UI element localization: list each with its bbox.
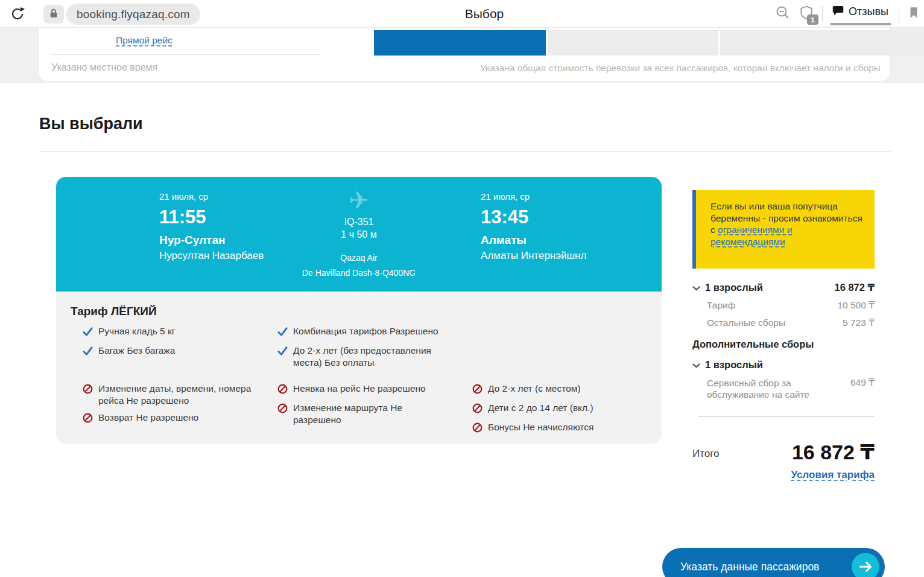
departure-airport: Нурсултан Назарбаев — [159, 249, 264, 262]
pregnancy-notice: Если вы или ваша попутчица беременны - п… — [692, 190, 875, 269]
progress-step-next — [548, 30, 718, 56]
arrival-city: Алматы — [481, 234, 586, 247]
plane-icon: ✈ — [293, 186, 425, 214]
zoom-out-button[interactable] — [775, 5, 791, 23]
other-fees-label: Остальные сборы — [707, 317, 785, 328]
flight-header: 21 июля, ср 11:55 Нур-Султан Нурсултан Н… — [56, 177, 662, 292]
fare-included-item: Комбинация тарифов Разрешено — [277, 325, 455, 340]
divider — [822, 6, 823, 22]
fare-price-row: Тариф 10 500 ₸ — [692, 300, 875, 311]
price-sidebar: Если вы или ваша попутчица беременны - п… — [692, 190, 875, 481]
url-field[interactable]: booking.flyqazaq.com — [66, 4, 200, 25]
fare-included-item: Багаж Без багажа — [83, 345, 175, 359]
zoom-out-icon — [775, 5, 791, 23]
divider — [39, 151, 891, 152]
fare-restricted-item: Изменение даты, времени, номера рейса Не… — [83, 383, 252, 407]
additional-passenger-label: 1 взрослый — [705, 359, 763, 371]
passenger-total: 16 872 ₸ — [834, 282, 875, 293]
flight-number: IQ-351 — [293, 217, 425, 228]
additional-passenger-row[interactable]: 1 взрослый — [692, 359, 875, 371]
divider — [698, 416, 875, 417]
arrival-date: 21 июля, ср — [481, 191, 586, 202]
ban-icon — [472, 383, 483, 397]
ban-icon — [472, 402, 483, 416]
fare-restricted-item: Неявка на рейс Не разрешено — [277, 383, 443, 397]
notice-restrictions-link[interactable]: ограничениями и рекомендациями — [710, 225, 792, 247]
fare-restricted-label: Дети с 2 до 14 лет (вкл.) — [488, 402, 593, 414]
local-time-note: Указано местное время — [51, 62, 157, 73]
bookmark-icon — [907, 5, 920, 22]
fare-included-item: До 2-х лет (без предоставления места) Бе… — [277, 345, 455, 369]
divider — [51, 54, 320, 55]
lock-icon — [48, 7, 60, 22]
fare-included-label: До 2-х лет (без предоставления места) Бе… — [293, 345, 455, 369]
fare-included-column-2: Комбинация тарифов Разрешено До 2-х лет … — [277, 325, 455, 369]
feedback-icon — [832, 4, 844, 19]
ban-icon — [472, 421, 483, 436]
service-fee-row: Сервисный сбор за обслуживание на сайте … — [692, 377, 875, 400]
fare-restricted-item: Бонусы Не начисляются — [472, 421, 593, 436]
passenger-details-button[interactable]: Указать данные пассажиров — [662, 548, 885, 577]
security-chip[interactable] — [43, 5, 64, 24]
arrow-right-icon — [852, 553, 879, 577]
total-label: Итого — [692, 440, 720, 464]
departure-date: 21 июля, ср — [159, 191, 264, 202]
fare-restricted-label: Изменение даты, времени, номера рейса Не… — [98, 383, 252, 407]
fare-conditions: Условия тарифа — [692, 469, 875, 481]
direct-flight-link[interactable]: Прямой рейс — [116, 35, 172, 46]
fare-restricted-label: До 2-х лет (с местом) — [488, 383, 581, 395]
price-summary: 1 взрослый 16 872 ₸ Тариф 10 500 ₸ Остал… — [692, 282, 875, 481]
departure-block: 21 июля, ср 11:55 Нур-Султан Нурсултан Н… — [159, 191, 264, 262]
arrival-time: 13:45 — [481, 206, 586, 228]
fare-restricted-column-3: До 2-х лет (с местом) Дети с 2 до 14 лет… — [472, 383, 593, 436]
check-icon — [277, 345, 288, 359]
service-fee-value: 649 ₸ — [850, 377, 875, 388]
additional-fees-title: Дополнительные сборы — [692, 339, 875, 350]
arrival-block: 21 июля, ср 13:45 Алматы Алматы Интернэй… — [481, 191, 586, 262]
airline-name: Qazaq Air — [293, 253, 425, 263]
fare-conditions-link[interactable]: Условия тарифа — [791, 469, 875, 480]
fare-restricted-item: До 2-х лет (с местом) — [472, 383, 593, 397]
fare-price-label: Тариф — [707, 300, 735, 311]
service-fee-label: Сервисный сбор за обслуживание на сайте — [707, 377, 827, 400]
feedback-button[interactable]: Отзывы — [831, 3, 891, 25]
flight-duration: 1 ч 50 м — [293, 229, 425, 240]
fare-price-value: 10 500 ₸ — [837, 300, 875, 311]
passenger-label: 1 взрослый — [705, 282, 763, 293]
page-title: Вы выбрали — [39, 115, 143, 133]
fare-restricted-column-2: Неявка на рейс Не разрешено Изменение ма… — [277, 383, 443, 426]
fare-restricted-label: Изменение маршрута Не разрешено — [293, 402, 443, 426]
shield-button[interactable]: 1 — [799, 5, 814, 23]
fare-restricted-label: Бонусы Не начисляются — [488, 421, 593, 433]
check-icon — [277, 325, 288, 340]
bookmark-button[interactable] — [907, 5, 920, 22]
url-text: booking.flyqazaq.com — [77, 8, 190, 21]
ban-icon — [83, 383, 93, 397]
passenger-details-label: Указать данные пассажиров — [680, 561, 819, 573]
fare-title: Тариф ЛЁГКИЙ — [71, 305, 157, 318]
feedback-label: Отзывы — [849, 5, 888, 18]
selected-flight-card: 21 июля, ср 11:55 Нур-Султан Нурсултан Н… — [56, 177, 662, 444]
reload-button[interactable] — [9, 5, 26, 22]
fare-included-label: Комбинация тарифов Разрешено — [293, 325, 438, 337]
ban-icon — [277, 402, 288, 416]
reload-icon — [9, 14, 26, 24]
flight-info-block: ✈ IQ-351 1 ч 50 м Qazaq Air De Havilland… — [293, 186, 425, 278]
chevron-down-icon — [692, 282, 700, 293]
total-cost-note: Указана общая стоимость перевозки за все… — [480, 63, 881, 74]
fare-section: Тариф ЛЁГКИЙ Ручная кладь 5 кг Багаж Без… — [56, 292, 662, 444]
divider — [899, 6, 899, 22]
browser-chrome: booking.flyqazaq.com Выбор — [0, 0, 924, 28]
chrome-toolbar: 1 Отзывы — [775, 0, 920, 28]
fare-restricted-item: Дети с 2 до 14 лет (вкл.) — [472, 402, 593, 416]
progress-step-current — [374, 30, 546, 56]
fare-restricted-column-1: Изменение даты, времени, номера рейса Не… — [83, 383, 252, 426]
departure-time: 11:55 — [159, 206, 264, 228]
aircraft-type: De Havilland Dash-8-Q400NG — [293, 268, 425, 278]
fare-included-column-1: Ручная кладь 5 кг Багаж Без багажа — [83, 325, 175, 359]
passenger-summary-row[interactable]: 1 взрослый 16 872 ₸ — [692, 282, 875, 293]
check-icon — [83, 325, 93, 340]
shield-badge: 1 — [807, 14, 818, 25]
fare-restricted-label: Неявка на рейс Не разрешено — [293, 383, 426, 395]
total-row: Итого 16 872 ₸ — [692, 440, 875, 464]
